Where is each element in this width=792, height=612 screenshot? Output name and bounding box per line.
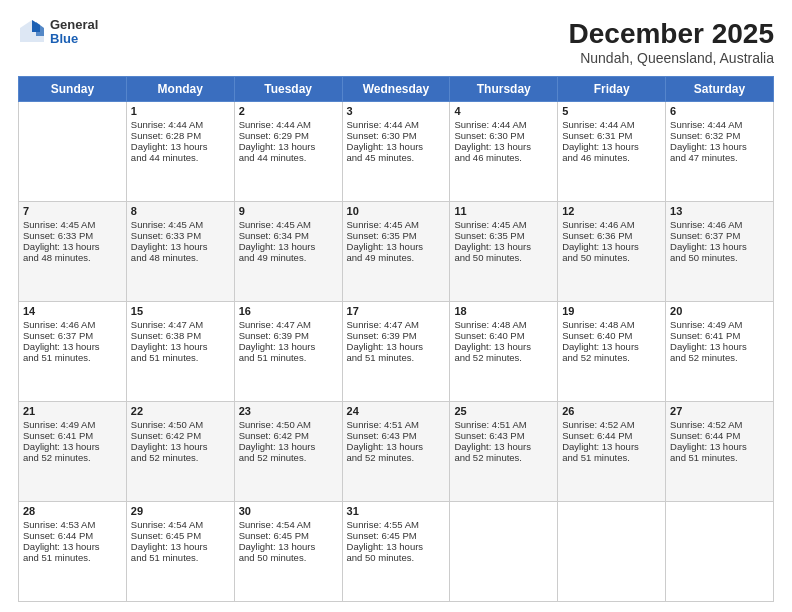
table-row: 29Sunrise: 4:54 AMSunset: 6:45 PMDayligh…	[126, 502, 234, 602]
day-number: 21	[23, 405, 122, 417]
table-row: 30Sunrise: 4:54 AMSunset: 6:45 PMDayligh…	[234, 502, 342, 602]
day-info-line: Daylight: 13 hours	[562, 141, 661, 152]
day-info-line: and 50 minutes.	[562, 252, 661, 263]
table-row: 9Sunrise: 4:45 AMSunset: 6:34 PMDaylight…	[234, 202, 342, 302]
calendar-week-row: 21Sunrise: 4:49 AMSunset: 6:41 PMDayligh…	[19, 402, 774, 502]
day-info-line: Sunrise: 4:44 AM	[131, 119, 230, 130]
day-info-line: Sunrise: 4:44 AM	[239, 119, 338, 130]
day-number: 1	[131, 105, 230, 117]
day-number: 24	[347, 405, 446, 417]
table-row: 20Sunrise: 4:49 AMSunset: 6:41 PMDayligh…	[666, 302, 774, 402]
main-title: December 2025	[569, 18, 774, 50]
day-info-line: Daylight: 13 hours	[454, 241, 553, 252]
day-info-line: Sunset: 6:31 PM	[562, 130, 661, 141]
table-row: 21Sunrise: 4:49 AMSunset: 6:41 PMDayligh…	[19, 402, 127, 502]
day-info-line: and 51 minutes.	[562, 452, 661, 463]
day-info-line: Sunrise: 4:44 AM	[670, 119, 769, 130]
day-info-line: and 51 minutes.	[23, 352, 122, 363]
day-info-line: Daylight: 13 hours	[239, 341, 338, 352]
day-info-line: and 51 minutes.	[670, 452, 769, 463]
day-number: 26	[562, 405, 661, 417]
table-row: 1Sunrise: 4:44 AMSunset: 6:28 PMDaylight…	[126, 102, 234, 202]
day-info-line: and 52 minutes.	[239, 452, 338, 463]
day-number: 18	[454, 305, 553, 317]
day-info-line: and 48 minutes.	[23, 252, 122, 263]
day-info-line: Sunrise: 4:54 AM	[131, 519, 230, 530]
day-info-line: Sunrise: 4:55 AM	[347, 519, 446, 530]
day-number: 4	[454, 105, 553, 117]
day-info-line: Daylight: 13 hours	[131, 341, 230, 352]
col-tuesday: Tuesday	[234, 77, 342, 102]
calendar-week-row: 28Sunrise: 4:53 AMSunset: 6:44 PMDayligh…	[19, 502, 774, 602]
table-row	[450, 502, 558, 602]
day-info-line: and 49 minutes.	[239, 252, 338, 263]
day-info-line: Daylight: 13 hours	[239, 441, 338, 452]
table-row: 4Sunrise: 4:44 AMSunset: 6:30 PMDaylight…	[450, 102, 558, 202]
day-info-line: Sunrise: 4:45 AM	[131, 219, 230, 230]
day-info-line: Sunset: 6:37 PM	[23, 330, 122, 341]
day-info-line: Daylight: 13 hours	[23, 541, 122, 552]
page: General Blue December 2025 Nundah, Queen…	[0, 0, 792, 612]
calendar-table: Sunday Monday Tuesday Wednesday Thursday…	[18, 76, 774, 602]
table-row: 24Sunrise: 4:51 AMSunset: 6:43 PMDayligh…	[342, 402, 450, 502]
day-info-line: Sunset: 6:28 PM	[131, 130, 230, 141]
day-info-line: Sunrise: 4:50 AM	[131, 419, 230, 430]
col-saturday: Saturday	[666, 77, 774, 102]
day-info-line: Sunset: 6:39 PM	[239, 330, 338, 341]
day-info-line: and 50 minutes.	[454, 252, 553, 263]
day-info-line: Sunrise: 4:46 AM	[670, 219, 769, 230]
day-info-line: Sunset: 6:41 PM	[670, 330, 769, 341]
day-info-line: Sunrise: 4:51 AM	[347, 419, 446, 430]
day-info-line: Sunset: 6:39 PM	[347, 330, 446, 341]
day-info-line: Sunrise: 4:45 AM	[454, 219, 553, 230]
day-info-line: and 51 minutes.	[23, 552, 122, 563]
table-row: 6Sunrise: 4:44 AMSunset: 6:32 PMDaylight…	[666, 102, 774, 202]
col-wednesday: Wednesday	[342, 77, 450, 102]
table-row: 14Sunrise: 4:46 AMSunset: 6:37 PMDayligh…	[19, 302, 127, 402]
day-number: 8	[131, 205, 230, 217]
day-number: 23	[239, 405, 338, 417]
table-row: 8Sunrise: 4:45 AMSunset: 6:33 PMDaylight…	[126, 202, 234, 302]
logo: General Blue	[18, 18, 98, 47]
day-info-line: and 52 minutes.	[454, 352, 553, 363]
day-info-line: Sunset: 6:35 PM	[347, 230, 446, 241]
day-info-line: Daylight: 13 hours	[562, 241, 661, 252]
day-info-line: Sunset: 6:38 PM	[131, 330, 230, 341]
table-row	[19, 102, 127, 202]
header: General Blue December 2025 Nundah, Queen…	[18, 18, 774, 66]
day-info-line: Daylight: 13 hours	[131, 541, 230, 552]
day-info-line: and 48 minutes.	[131, 252, 230, 263]
day-info-line: Daylight: 13 hours	[131, 141, 230, 152]
day-info-line: Sunset: 6:32 PM	[670, 130, 769, 141]
table-row: 25Sunrise: 4:51 AMSunset: 6:43 PMDayligh…	[450, 402, 558, 502]
day-info-line: Sunset: 6:45 PM	[347, 530, 446, 541]
day-info-line: Daylight: 13 hours	[670, 141, 769, 152]
table-row: 2Sunrise: 4:44 AMSunset: 6:29 PMDaylight…	[234, 102, 342, 202]
day-number: 22	[131, 405, 230, 417]
day-info-line: Daylight: 13 hours	[23, 241, 122, 252]
day-number: 11	[454, 205, 553, 217]
day-info-line: Daylight: 13 hours	[562, 341, 661, 352]
day-info-line: Sunset: 6:29 PM	[239, 130, 338, 141]
table-row: 31Sunrise: 4:55 AMSunset: 6:45 PMDayligh…	[342, 502, 450, 602]
table-row	[666, 502, 774, 602]
day-info-line: and 46 minutes.	[454, 152, 553, 163]
day-info-line: Sunrise: 4:45 AM	[239, 219, 338, 230]
day-info-line: Sunset: 6:40 PM	[454, 330, 553, 341]
day-info-line: Sunrise: 4:49 AM	[23, 419, 122, 430]
day-info-line: Sunrise: 4:47 AM	[239, 319, 338, 330]
table-row: 7Sunrise: 4:45 AMSunset: 6:33 PMDaylight…	[19, 202, 127, 302]
calendar-week-row: 7Sunrise: 4:45 AMSunset: 6:33 PMDaylight…	[19, 202, 774, 302]
day-info-line: Sunrise: 4:51 AM	[454, 419, 553, 430]
day-info-line: Sunrise: 4:52 AM	[670, 419, 769, 430]
day-info-line: Daylight: 13 hours	[670, 341, 769, 352]
day-info-line: Sunset: 6:44 PM	[670, 430, 769, 441]
calendar-header-row: Sunday Monday Tuesday Wednesday Thursday…	[19, 77, 774, 102]
day-info-line: Daylight: 13 hours	[670, 441, 769, 452]
day-info-line: Daylight: 13 hours	[454, 141, 553, 152]
day-info-line: Daylight: 13 hours	[239, 141, 338, 152]
table-row: 22Sunrise: 4:50 AMSunset: 6:42 PMDayligh…	[126, 402, 234, 502]
day-info-line: Sunrise: 4:44 AM	[347, 119, 446, 130]
day-info-line: Daylight: 13 hours	[347, 141, 446, 152]
day-number: 27	[670, 405, 769, 417]
